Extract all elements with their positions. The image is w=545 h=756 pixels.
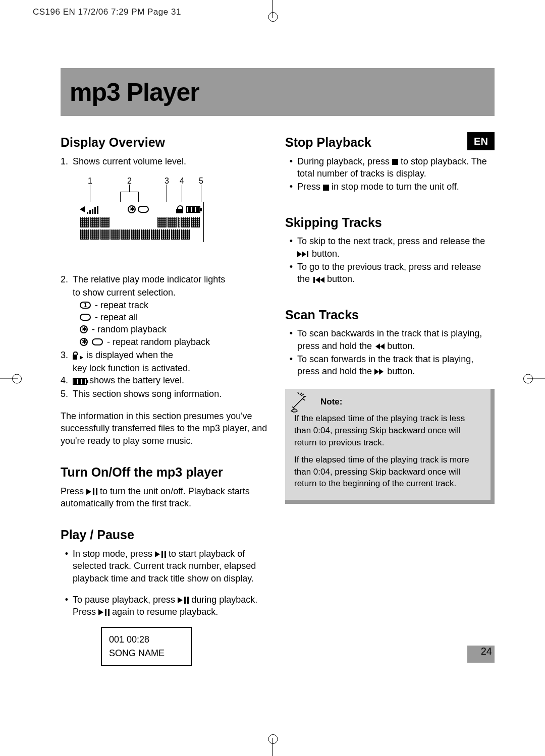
heading-turn-on-off: Turn On/Off the mp3 player — [61, 464, 270, 481]
mode-repeat-track: - repeat track — [95, 299, 148, 311]
bullet-icon: • — [285, 261, 297, 285]
repeat-all-icon — [92, 338, 103, 345]
write-hand-icon — [289, 392, 310, 413]
play-pause-icon — [86, 488, 97, 495]
stop-icon — [323, 185, 329, 191]
heading-play-pause: Play / Pause — [61, 527, 270, 544]
item-3b-text: key lock function is activated. — [61, 362, 270, 374]
lcd-diagram: 1 2 3 4 5 — [79, 176, 210, 261]
display-line-2: SONG NAME — [109, 647, 184, 660]
list-num-3: 3. — [61, 349, 73, 361]
bullet-icon: • — [285, 353, 297, 378]
turn-onoff-text: Press to turn the unit on/off. Playback … — [61, 485, 270, 510]
heading-display-overview: Display Overview — [61, 134, 270, 151]
scan-bullet-2: To scan forwards in the track that is pl… — [297, 353, 495, 378]
lock-icon — [176, 205, 183, 213]
fast-forward-icon — [374, 369, 385, 375]
note-title: Note: — [294, 396, 481, 408]
right-column: Stop Playback • During playback, press t… — [285, 132, 495, 675]
item-3a-text: is displayed when the — [73, 349, 173, 361]
next-track-icon — [297, 251, 309, 257]
rewind-icon — [374, 343, 385, 350]
display-line-1: 001 00:28 — [109, 633, 184, 647]
bullet-icon: • — [285, 327, 297, 352]
repeat-track-icon — [80, 302, 91, 309]
list-num-4: 4. — [61, 374, 73, 386]
item-1-text: Shows current volume level. — [73, 155, 186, 167]
play-bullet-1: In stop mode, press to start playback of… — [73, 548, 270, 585]
crop-mark-right — [527, 378, 545, 378]
note-para-2: If the elapsed time of the playing track… — [294, 454, 481, 490]
intro-paragraph: The information in this section presumes… — [61, 410, 270, 447]
item-5-text: This section shows song information. — [73, 388, 222, 400]
prev-track-icon — [312, 277, 324, 283]
page-number: 24 — [481, 646, 492, 657]
random-icon — [128, 205, 136, 213]
list-num-2: 2. — [61, 273, 73, 285]
crop-mark-left — [0, 378, 18, 378]
left-column: Display Overview 1. Shows current volume… — [61, 132, 270, 675]
mode-repeat-all: - repeat all — [95, 311, 138, 323]
volume-icon — [80, 205, 100, 214]
stop-bullet-1: During playback, press to stop playback.… — [297, 155, 495, 180]
bullet-icon: • — [285, 181, 297, 193]
repeat-all-icon — [80, 314, 91, 321]
crop-mark-bottom — [272, 738, 273, 756]
title-banner: mp3 Player — [61, 68, 495, 116]
skip-bullet-2: To go to the previous track, press and r… — [297, 261, 495, 285]
crop-mark-top — [272, 0, 273, 18]
page-title: mp3 Player — [61, 78, 199, 107]
note-para-1: If the elapsed time of the playing track… — [294, 413, 481, 448]
heading-skipping-tracks: Skipping Tracks — [285, 214, 495, 231]
repeat-all-icon — [138, 206, 149, 213]
heading-scan-tracks: Scan Tracks — [285, 307, 495, 324]
random-icon — [80, 325, 88, 333]
stop-icon — [392, 159, 398, 165]
mode-random: - random playback — [92, 323, 167, 335]
item-2a-text: The relative play mode indicator lights — [73, 273, 225, 285]
list-num-1: 1. — [61, 155, 73, 167]
bullet-icon: • — [61, 594, 73, 618]
bullet-icon: • — [61, 548, 73, 585]
heading-stop-playback: Stop Playback — [285, 134, 495, 151]
play-pause-icon — [178, 597, 189, 604]
skip-bullet-1: To skip to the next track, press and rel… — [297, 235, 495, 260]
bullet-icon: • — [285, 235, 297, 260]
play-pause-icon — [155, 551, 166, 558]
battery-icon — [186, 206, 200, 213]
pdf-header-text: CS196 EN 17/2/06 7:29 PM Page 31 — [33, 7, 181, 17]
random-icon — [80, 338, 88, 346]
play-pause-icon — [98, 609, 110, 616]
scan-bullet-1: To scan backwards in the track that is p… — [297, 327, 495, 352]
item-2b-text: to show current selection. — [61, 286, 270, 299]
lcd-example-box: 001 00:28 SONG NAME — [101, 627, 192, 666]
bullet-icon: • — [285, 155, 297, 180]
item-4-text: shows the battery level. — [73, 374, 184, 386]
list-num-5: 5. — [61, 388, 73, 400]
lock-key-icon — [73, 352, 84, 360]
mode-repeat-random: - repeat random playback — [107, 336, 210, 348]
battery-icon — [73, 378, 87, 385]
play-bullet-2: To pause playback, press during playback… — [73, 594, 270, 618]
note-box: Note: If the elapsed time of the playing… — [285, 389, 495, 504]
stop-bullet-2: Press in stop mode to turn the unit off. — [297, 181, 495, 193]
